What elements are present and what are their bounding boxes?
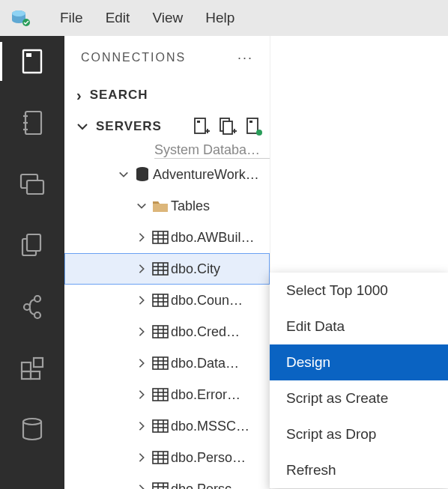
section-search-label: SEARCH <box>90 88 148 103</box>
activity-windows-icon[interactable] <box>17 169 47 199</box>
menu-help[interactable]: Help <box>195 7 245 29</box>
table-icon <box>150 231 171 244</box>
chevron-right-icon[interactable] <box>133 264 150 274</box>
svg-rect-10 <box>27 180 43 194</box>
svg-rect-42 <box>153 294 168 306</box>
tree-row-database[interactable]: AdventureWork… <box>64 159 270 190</box>
new-group-icon[interactable] <box>219 118 237 136</box>
tree-row-table[interactable]: dbo.City <box>64 253 270 285</box>
svg-rect-3 <box>23 50 41 73</box>
context-menu-item[interactable]: Select Top 1000 <box>270 273 448 309</box>
activity-notebook-icon[interactable] <box>17 108 47 138</box>
menu-view[interactable]: View <box>142 7 193 29</box>
tree-row-table[interactable]: dbo.AWBuil… <box>64 222 270 253</box>
svg-rect-67 <box>153 452 168 464</box>
tree-row-table[interactable]: dbo.Perso… <box>64 442 270 473</box>
context-menu: Select Top 1000Edit DataDesignScript as … <box>270 273 448 488</box>
svg-rect-21 <box>197 121 200 123</box>
server-status-icon[interactable] <box>246 118 262 136</box>
context-menu-item[interactable]: Script as Drop <box>270 416 448 452</box>
svg-rect-18 <box>34 358 43 367</box>
chevron-right-icon: › <box>76 87 82 104</box>
tree-row-tables-folder[interactable]: Tables <box>64 190 270 222</box>
folder-icon <box>150 199 171 213</box>
svg-rect-37 <box>153 263 168 275</box>
svg-rect-16 <box>22 371 31 379</box>
chevron-right-icon[interactable] <box>133 295 150 306</box>
context-menu-item[interactable]: Edit Data <box>270 309 448 344</box>
tree-row-table[interactable]: dbo.Data… <box>64 347 270 379</box>
tree-label: dbo.Error… <box>171 387 243 403</box>
tree-label: dbo.Data… <box>171 356 242 371</box>
table-icon <box>150 388 171 401</box>
chevron-right-icon[interactable] <box>133 484 150 489</box>
table-icon <box>150 356 171 370</box>
panel-title: CONNECTIONS <box>81 51 186 64</box>
section-search[interactable]: › SEARCH <box>64 79 270 111</box>
svg-rect-15 <box>22 362 31 371</box>
activity-bar <box>0 36 64 489</box>
chevron-right-icon[interactable] <box>133 358 150 368</box>
chevron-down-icon[interactable] <box>133 201 150 211</box>
table-icon <box>150 482 171 489</box>
chevron-right-icon[interactable] <box>133 232 150 243</box>
chevron-down-icon <box>76 121 88 133</box>
tree-row-table[interactable]: dbo.Cred… <box>64 316 270 347</box>
svg-rect-62 <box>153 420 168 432</box>
svg-rect-32 <box>153 231 168 243</box>
activity-source-control-icon[interactable] <box>17 292 47 322</box>
activity-extensions-icon[interactable] <box>17 353 47 383</box>
svg-rect-29 <box>249 121 252 123</box>
chevron-right-icon[interactable] <box>133 326 150 337</box>
svg-point-30 <box>256 130 262 136</box>
svg-rect-52 <box>153 357 168 369</box>
table-icon <box>150 325 171 338</box>
context-menu-item[interactable]: Refresh <box>270 452 448 488</box>
activity-copy-icon[interactable] <box>17 231 47 261</box>
chevron-right-icon[interactable] <box>133 389 150 400</box>
tree-label: dbo.City <box>171 261 223 277</box>
chevron-right-icon[interactable] <box>133 421 150 431</box>
svg-point-12 <box>34 296 40 302</box>
tree-row-table[interactable]: dbo.MSSC… <box>64 410 270 442</box>
chevron-down-icon[interactable] <box>115 169 132 180</box>
svg-rect-4 <box>26 53 31 57</box>
app-logo-icon <box>9 7 31 29</box>
svg-rect-25 <box>223 121 232 134</box>
svg-rect-72 <box>153 483 168 489</box>
activity-connections-icon[interactable] <box>17 46 47 76</box>
section-servers[interactable]: SERVERS <box>64 111 270 142</box>
menu-file[interactable]: File <box>49 7 94 29</box>
menu-edit[interactable]: Edit <box>95 7 141 29</box>
svg-point-13 <box>24 304 30 310</box>
section-servers-label: SERVERS <box>96 119 162 134</box>
table-icon <box>150 451 171 464</box>
tree-row-table[interactable]: dbo.Error… <box>64 379 270 410</box>
tree-label: dbo.Persc… <box>171 482 248 490</box>
svg-point-19 <box>23 419 41 425</box>
tree-label: Tables <box>171 198 213 214</box>
tree-label: dbo.Perso… <box>171 450 249 466</box>
activity-database-icon[interactable] <box>17 415 47 445</box>
more-actions-icon[interactable]: ··· <box>237 50 253 66</box>
panel-header: CONNECTIONS ··· <box>64 36 270 79</box>
svg-point-14 <box>34 312 40 318</box>
tree-label: dbo.Cred… <box>171 324 243 340</box>
svg-point-1 <box>12 10 25 16</box>
svg-rect-17 <box>31 371 40 379</box>
tree-row-cutoff: System Databas… <box>64 142 270 159</box>
connections-sidebar: CONNECTIONS ··· › SEARCH SERVERS <box>64 36 270 489</box>
svg-rect-57 <box>153 389 168 401</box>
tree-row-table[interactable]: dbo.Persc… <box>64 473 270 489</box>
new-connection-icon[interactable] <box>193 118 210 136</box>
tree-label: AdventureWork… <box>153 167 262 183</box>
tree-label: dbo.AWBuil… <box>171 230 257 246</box>
tree-label: dbo.MSSC… <box>171 419 252 434</box>
table-icon <box>150 294 171 307</box>
context-menu-item[interactable]: Script as Create <box>270 380 448 416</box>
server-tree: System Databas…AdventureWork…Tablesdbo.A… <box>64 142 270 489</box>
context-menu-item[interactable]: Design <box>270 344 448 380</box>
chevron-right-icon[interactable] <box>133 452 150 463</box>
tree-row-table[interactable]: dbo.Coun… <box>64 285 270 316</box>
svg-rect-47 <box>153 326 168 338</box>
